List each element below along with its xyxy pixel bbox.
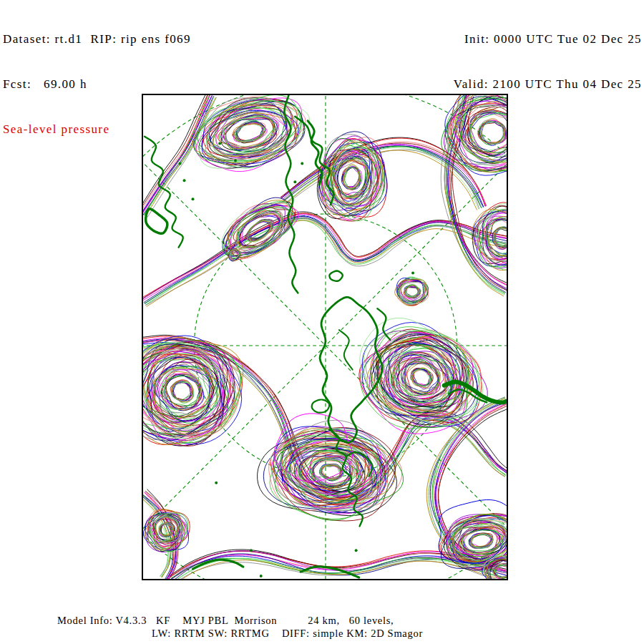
model-info-line1: Model Info: V4.3.3 KF MYJ PBL Morrison 2… [57,615,394,627]
forecast-hour-line: Fcst: 69.00 h [3,77,191,92]
header-right: Init: 0000 UTC Tue 02 Dec 25 Valid: 2100… [454,1,642,107]
init-time-line: Init: 0000 UTC Tue 02 Dec 25 [454,31,642,47]
valid-time-line: Valid: 2100 UTC Thu 04 Dec 25 [454,77,642,92]
map-frame [142,94,508,580]
slp-contour-map [143,95,507,579]
model-info-line2: LW: RRTM SW: RRTMG DIFF: simple KM: 2D S… [152,628,423,640]
dataset-line: Dataset: rt.d1 RIP: rip ens f069 [3,31,191,47]
